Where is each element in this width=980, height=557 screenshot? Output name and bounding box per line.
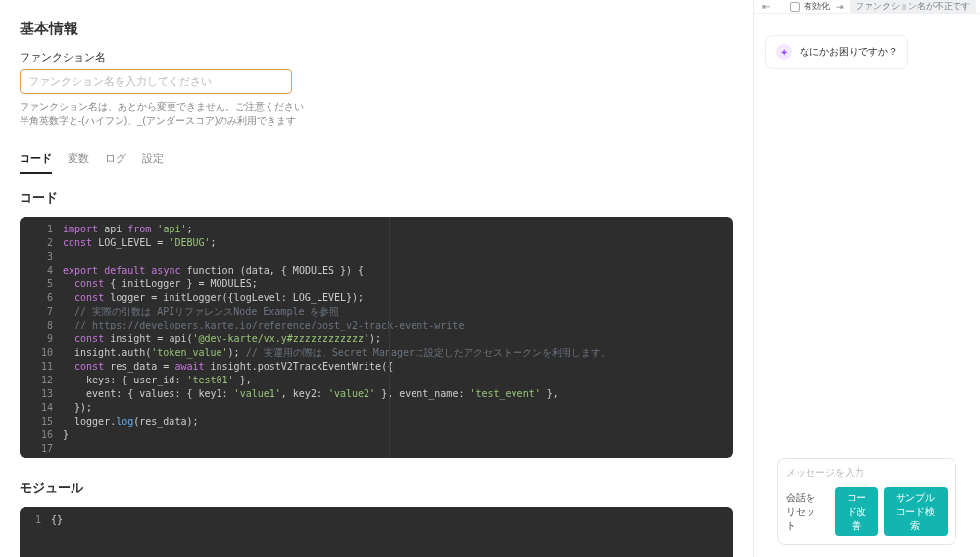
- function-name-help-2: 半角英数字と-(ハイフン)、_(アンダースコア)のみ利用できます: [20, 114, 733, 127]
- tab-logs[interactable]: ログ: [105, 145, 126, 174]
- chat-greeting-text: なにかお困りですか？: [800, 45, 898, 59]
- module-content: {}: [51, 514, 63, 525]
- tabs: コード 変数 ログ 設定: [20, 145, 733, 176]
- chat-input[interactable]: [786, 467, 948, 478]
- improve-code-button[interactable]: コード改善: [835, 487, 877, 536]
- editor-title: コード: [20, 189, 733, 207]
- function-name-input[interactable]: [20, 69, 292, 94]
- bot-icon: ✦: [776, 44, 792, 60]
- function-name-label: ファンクション名: [20, 50, 733, 65]
- function-name-help-1: ファンクション名は、あとから変更できません。ご注意ください: [20, 100, 733, 114]
- tab-variables[interactable]: 変数: [68, 145, 89, 174]
- chat-composer: 会話をリセット コード改善 サンプルコード検索: [777, 458, 956, 545]
- validation-badge: ファンクション名が不正です: [850, 0, 976, 14]
- module-editor[interactable]: 1 {}: [20, 507, 733, 557]
- enable-toggle[interactable]: 有効化: [790, 0, 830, 13]
- enable-label: 有効化: [804, 0, 830, 13]
- reset-chat-button[interactable]: 会話をリセット: [786, 491, 823, 532]
- section-title-basic: 基本情報: [20, 20, 733, 38]
- sample-code-button[interactable]: サンプルコード検索: [884, 487, 948, 536]
- checkbox-icon: [790, 2, 800, 12]
- module-title: モジュール: [20, 480, 733, 497]
- collapse-icon[interactable]: ⇤: [762, 1, 770, 12]
- tab-settings[interactable]: 設定: [142, 145, 164, 174]
- chat-greeting-bubble: ✦ なにかお困りですか？: [765, 35, 908, 69]
- tab-code[interactable]: コード: [20, 145, 52, 174]
- code-editor[interactable]: 1234567891011121314151617 import api fro…: [20, 217, 733, 458]
- pin-icon[interactable]: ⇥: [836, 2, 844, 12]
